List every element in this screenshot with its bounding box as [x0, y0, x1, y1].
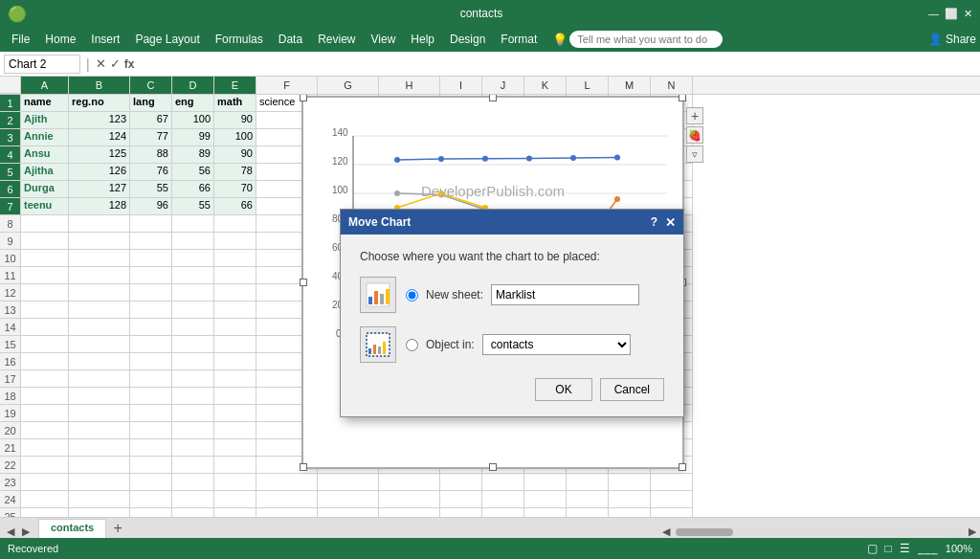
cell[interactable] [524, 474, 567, 491]
cell[interactable] [214, 250, 256, 267]
cell-b4[interactable]: 125 [69, 146, 130, 164]
scroll-left-btn[interactable]: ◀ [662, 525, 670, 538]
col-header-d[interactable]: D [172, 77, 214, 94]
cell-a6[interactable]: Durga [21, 181, 69, 198]
cell[interactable] [172, 388, 214, 405]
cell[interactable] [172, 491, 214, 508]
resize-handle-bl[interactable] [300, 463, 307, 471]
cell-d6[interactable]: 66 [172, 181, 214, 198]
cell-e7[interactable]: 66 [214, 198, 256, 215]
name-box[interactable] [4, 55, 80, 74]
cell[interactable] [172, 439, 214, 457]
resize-handle-ml[interactable] [300, 279, 307, 286]
cell[interactable] [214, 422, 256, 439]
cell-d7[interactable]: 55 [172, 198, 214, 215]
cell[interactable] [214, 302, 256, 319]
cell-e2[interactable]: 90 [214, 112, 256, 129]
cell[interactable] [21, 508, 69, 517]
col-header-k[interactable]: K [524, 77, 567, 94]
cell[interactable] [318, 474, 379, 491]
cell[interactable] [172, 284, 214, 302]
cell[interactable] [172, 508, 214, 517]
cell[interactable] [172, 302, 214, 319]
col-header-a[interactable]: A [21, 77, 69, 94]
cell-c5[interactable]: 76 [130, 164, 172, 181]
menu-format[interactable]: Format [493, 31, 545, 48]
cell[interactable] [482, 508, 524, 517]
cell[interactable] [69, 474, 130, 491]
menu-file[interactable]: File [4, 31, 37, 48]
cell[interactable] [130, 405, 172, 422]
cell-e6[interactable]: 70 [214, 181, 256, 198]
cell[interactable] [214, 491, 256, 508]
cell[interactable] [130, 353, 172, 370]
cell[interactable] [172, 215, 214, 233]
cell[interactable] [130, 284, 172, 302]
chart-brush-icon[interactable]: 🍓 [686, 126, 703, 144]
cancel-formula-icon[interactable]: ✕ [96, 56, 106, 71]
ok-button[interactable]: OK [535, 378, 591, 401]
cell[interactable] [524, 491, 567, 508]
cell[interactable] [172, 336, 214, 353]
cell[interactable] [69, 388, 130, 405]
cell[interactable] [482, 491, 524, 508]
cell[interactable] [69, 491, 130, 508]
zoom-slider[interactable]: ⎯⎯⎯ [918, 543, 938, 554]
tell-me-input[interactable] [569, 31, 723, 48]
cell[interactable] [21, 215, 69, 233]
window-controls[interactable]: — ⬜ ✕ [928, 8, 972, 20]
cell[interactable] [172, 233, 214, 250]
cell[interactable] [130, 250, 172, 267]
cell[interactable] [130, 336, 172, 353]
cell-c6[interactable]: 55 [130, 181, 172, 198]
menu-formulas[interactable]: Formulas [208, 31, 271, 48]
cell[interactable] [214, 353, 256, 370]
cell[interactable] [130, 474, 172, 491]
cell[interactable] [214, 388, 256, 405]
cell[interactable] [69, 508, 130, 517]
cell-a2[interactable]: Ajith [21, 112, 69, 129]
col-header-h[interactable]: H [379, 77, 440, 94]
cell[interactable] [256, 491, 318, 508]
cell-e1[interactable]: math [214, 95, 256, 112]
close-btn[interactable]: ✕ [964, 8, 972, 20]
col-header-g[interactable]: G [318, 77, 379, 94]
chart-filter-icon[interactable]: ▿ [686, 145, 703, 163]
cell[interactable] [172, 250, 214, 267]
share-btn[interactable]: 👤 Share [928, 33, 976, 46]
tab-prev-btn[interactable]: ◀ [4, 525, 17, 538]
cell[interactable] [21, 388, 69, 405]
cell[interactable] [69, 233, 130, 250]
menu-view[interactable]: View [364, 31, 404, 48]
cell[interactable] [567, 474, 609, 491]
cell[interactable] [214, 474, 256, 491]
cell[interactable] [21, 267, 69, 284]
cell-c2[interactable]: 67 [130, 112, 172, 129]
cell[interactable] [130, 319, 172, 336]
cell-a4[interactable]: Ansu [21, 146, 69, 164]
cell[interactable] [214, 457, 256, 474]
cell-d2[interactable]: 100 [172, 112, 214, 129]
cell[interactable] [21, 284, 69, 302]
h-scroll-thumb[interactable] [676, 528, 733, 536]
cell[interactable] [651, 508, 693, 517]
cell-d3[interactable]: 99 [172, 129, 214, 146]
menu-page-layout[interactable]: Page Layout [127, 31, 207, 48]
cell-a1[interactable]: name [21, 95, 69, 112]
menu-data[interactable]: Data [271, 31, 310, 48]
tab-contacts[interactable]: contacts [38, 519, 106, 538]
cell[interactable] [172, 353, 214, 370]
col-header-m[interactable]: M [609, 77, 651, 94]
cell[interactable] [69, 302, 130, 319]
cell-a3[interactable]: Annie [21, 129, 69, 146]
menu-home[interactable]: Home [37, 31, 83, 48]
cell[interactable] [130, 267, 172, 284]
cell-e5[interactable]: 78 [214, 164, 256, 181]
cell[interactable] [609, 474, 651, 491]
cell[interactable] [21, 302, 69, 319]
cell[interactable] [440, 508, 482, 517]
cell[interactable] [130, 370, 172, 388]
menu-help[interactable]: Help [403, 31, 442, 48]
cell[interactable] [214, 508, 256, 517]
restore-btn[interactable]: ⬜ [945, 8, 958, 20]
